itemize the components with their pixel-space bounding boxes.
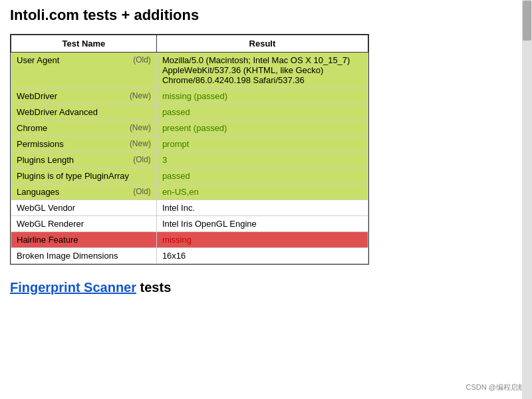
scrollbar-thumb[interactable] xyxy=(523,1,531,41)
scrollbar[interactable] xyxy=(522,0,532,302)
table-row: Languages(Old)en-US,en xyxy=(11,184,368,200)
test-result: Intel Inc. xyxy=(162,203,195,213)
test-name: WebGL Renderer xyxy=(17,219,84,229)
test-name: WebGL Vendor xyxy=(17,203,75,213)
test-tag: (Old) xyxy=(133,55,151,65)
test-name: Chrome xyxy=(17,123,47,133)
test-result-cell: 16x16 xyxy=(156,248,368,264)
test-name-cell: WebGL Vendor xyxy=(11,200,157,216)
test-result-cell: present (passed) xyxy=(156,120,368,136)
fingerprint-link[interactable]: Fingerprint Scanner xyxy=(10,280,136,295)
test-name-cell: WebDriver Advanced xyxy=(11,104,157,120)
test-name: User Agent xyxy=(17,55,59,65)
test-result-cell: Intel Iris OpenGL Engine xyxy=(156,216,368,232)
test-name-cell: Plugins is of type PluginArray xyxy=(11,168,157,184)
table-row: Chrome(New)present (passed) xyxy=(11,120,368,136)
test-result-cell: Mozilla/5.0 (Macintosh; Intel Mac OS X 1… xyxy=(156,53,368,88)
table-row: Hairline Featuremissing xyxy=(11,232,368,248)
page-title: Intoli.com tests + additions xyxy=(10,7,522,24)
test-tag: (New) xyxy=(130,91,151,101)
test-name: Plugins is of type PluginArray xyxy=(17,171,129,181)
test-name: Hairline Feature xyxy=(17,235,78,245)
test-name: Permissions xyxy=(17,139,64,149)
table-row: WebDriver(New)missing (passed) xyxy=(11,88,368,104)
test-name: Languages xyxy=(17,187,59,197)
table-row: User Agent(Old)Mozilla/5.0 (Macintosh; I… xyxy=(11,53,368,88)
test-result: passed xyxy=(162,107,190,117)
test-name-cell: User Agent(Old) xyxy=(11,53,157,88)
table-row: WebGL VendorIntel Inc. xyxy=(11,200,368,216)
test-result-cell: missing (passed) xyxy=(156,88,368,104)
test-result: 16x16 xyxy=(162,251,186,261)
table-row: Plugins Length(Old)3 xyxy=(11,152,368,168)
table-row: Permissions(New)prompt xyxy=(11,136,368,152)
test-name: Plugins Length xyxy=(17,155,74,165)
test-result-cell: 3 xyxy=(156,152,368,168)
test-result-cell: passed xyxy=(156,168,368,184)
test-result: missing xyxy=(162,235,192,245)
test-name-cell: Permissions(New) xyxy=(11,136,157,152)
test-result-cell: passed xyxy=(156,104,368,120)
test-name: Broken Image Dimensions xyxy=(17,251,118,261)
test-tag: (Old) xyxy=(133,155,151,165)
test-name: WebDriver xyxy=(17,91,57,101)
table-row: Broken Image Dimensions16x16 xyxy=(11,248,368,264)
test-result: Mozilla/5.0 (Macintosh; Intel Mac OS X 1… xyxy=(162,55,350,85)
test-name-cell: Hairline Feature xyxy=(11,232,157,248)
test-result-cell: prompt xyxy=(156,136,368,152)
test-result-cell: Intel Inc. xyxy=(156,200,368,216)
test-name-cell: Broken Image Dimensions xyxy=(11,248,157,264)
section-title-fingerprint: Fingerprint Scanner tests xyxy=(10,280,522,295)
test-name-cell: WebDriver(New) xyxy=(11,88,157,104)
test-result: missing (passed) xyxy=(162,91,227,101)
table-row: WebGL RendererIntel Iris OpenGL Engine xyxy=(11,216,368,232)
table-row: Plugins is of type PluginArraypassed xyxy=(11,168,368,184)
test-tag: (New) xyxy=(130,123,151,133)
section-title-rest: tests xyxy=(136,280,171,295)
test-result: prompt xyxy=(162,139,189,149)
test-result: 3 xyxy=(162,155,167,165)
test-table: Test Name Result User Agent(Old)Mozilla/… xyxy=(11,35,368,264)
test-table-container: Test Name Result User Agent(Old)Mozilla/… xyxy=(10,34,369,265)
test-result-cell: en-US,en xyxy=(156,184,368,200)
table-row: WebDriver Advancedpassed xyxy=(11,104,368,120)
test-result: present (passed) xyxy=(162,123,227,133)
test-name-cell: WebGL Renderer xyxy=(11,216,157,232)
test-tag: (Old) xyxy=(133,187,151,197)
test-result: passed xyxy=(162,171,190,181)
test-name-cell: Languages(Old) xyxy=(11,184,157,200)
test-tag: (New) xyxy=(130,139,151,149)
test-result: en-US,en xyxy=(162,187,199,197)
col-header-result: Result xyxy=(156,35,368,53)
test-name-cell: Plugins Length(Old) xyxy=(11,152,157,168)
test-result-cell: missing xyxy=(156,232,368,248)
test-name-cell: Chrome(New) xyxy=(11,120,157,136)
col-header-name: Test Name xyxy=(11,35,157,53)
test-name: WebDriver Advanced xyxy=(17,107,98,117)
test-result: Intel Iris OpenGL Engine xyxy=(162,219,257,229)
